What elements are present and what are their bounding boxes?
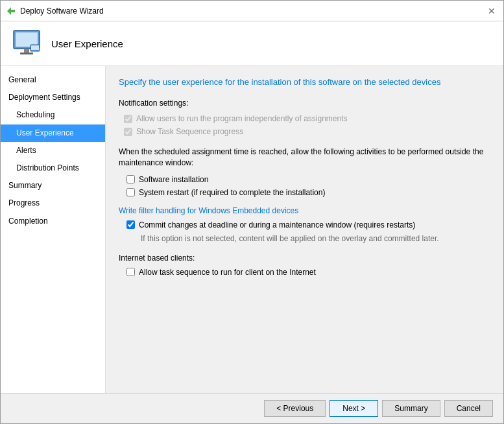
main-content: Specify the user experience for the inst… — [106, 66, 503, 393]
checkbox-show-progress[interactable] — [124, 128, 132, 136]
sidebar-item-user-experience[interactable]: User Experience — [1, 124, 105, 142]
write-filter-label: Write filter handling for Windows Embedd… — [119, 206, 490, 215]
checkbox-commit-changes-label: Commit changes at deadline or during a m… — [139, 220, 415, 230]
content-area: General Deployment Settings Scheduling U… — [1, 66, 503, 393]
internet-section: Internet based clients: Allow task seque… — [119, 253, 490, 277]
checkbox-internet-label: Allow task sequence to run for client on… — [139, 268, 316, 277]
header-section: User Experience — [1, 21, 503, 66]
checkbox-row-1: Allow users to run the program independe… — [124, 114, 490, 123]
write-filter-group: Commit changes at deadline or during a m… — [119, 220, 490, 244]
svg-marker-0 — [7, 7, 15, 15]
commit-note: If this option is not selected, content … — [126, 233, 490, 244]
title-bar-left: Deploy Software Wizard — [6, 6, 104, 16]
sidebar-item-deployment-settings[interactable]: Deployment Settings — [1, 89, 105, 106]
checkbox-row-internet: Allow task sequence to run for client on… — [126, 268, 490, 277]
close-button[interactable]: ✕ — [485, 5, 498, 18]
maintenance-desc: When the scheduled assignment time is re… — [119, 147, 490, 169]
checkbox-software-install[interactable] — [126, 175, 135, 183]
checkbox-allow-users[interactable] — [124, 115, 132, 123]
checkbox-row-software-install: Software installation — [126, 175, 490, 184]
notification-group: Allow users to run the program independe… — [119, 114, 490, 136]
internet-label: Internet based clients: — [119, 253, 490, 263]
sidebar-item-distribution-points[interactable]: Distribution Points — [1, 159, 105, 177]
checkbox-row-system-restart: System restart (if required to complete … — [126, 188, 490, 197]
checkbox-row-commit: Commit changes at deadline or during a m… — [126, 220, 490, 230]
previous-button[interactable]: < Previous — [264, 400, 326, 417]
svg-rect-6 — [31, 45, 39, 50]
sidebar-item-summary[interactable]: Summary — [1, 177, 105, 194]
wizard-icon — [6, 6, 16, 16]
sidebar-item-completion[interactable]: Completion — [1, 213, 105, 230]
page-heading: Specify the user experience for the inst… — [119, 77, 490, 88]
internet-checkboxes: Allow task sequence to run for client on… — [119, 268, 490, 277]
checkbox-row-2: Show Task Sequence progress — [124, 127, 490, 136]
sidebar-item-scheduling[interactable]: Scheduling — [1, 106, 105, 124]
checkbox-system-restart[interactable] — [126, 188, 135, 196]
checkbox-allow-users-label: Allow users to run the program independe… — [136, 114, 348, 123]
notification-label: Notification settings: — [119, 99, 490, 108]
checkbox-system-restart-label: System restart (if required to complete … — [139, 188, 325, 197]
header-title: User Experience — [51, 38, 123, 49]
title-bar-text: Deploy Software Wizard — [20, 6, 104, 16]
deploy-software-wizard: Deploy Software Wizard ✕ User Experience… — [0, 0, 504, 424]
sidebar-item-general[interactable]: General — [1, 71, 105, 89]
summary-button[interactable]: Summary — [382, 400, 440, 417]
next-button[interactable]: Next > — [330, 400, 378, 417]
svg-rect-3 — [24, 49, 29, 53]
title-bar: Deploy Software Wizard ✕ — [1, 1, 503, 21]
checkbox-commit-changes[interactable] — [126, 220, 135, 229]
checkbox-show-progress-label: Show Task Sequence progress — [136, 127, 243, 136]
cancel-button[interactable]: Cancel — [444, 400, 493, 417]
sidebar-item-progress[interactable]: Progress — [1, 194, 105, 212]
checkbox-software-install-label: Software installation — [139, 175, 208, 184]
maintenance-checkboxes: Software installation System restart (if… — [119, 175, 490, 197]
checkbox-internet-clients[interactable] — [126, 268, 135, 276]
computer-icon — [11, 28, 42, 59]
sidebar: General Deployment Settings Scheduling U… — [1, 66, 106, 393]
footer: < Previous Next > Summary Cancel — [1, 393, 503, 423]
svg-rect-4 — [20, 53, 33, 54]
sidebar-item-alerts[interactable]: Alerts — [1, 142, 105, 159]
